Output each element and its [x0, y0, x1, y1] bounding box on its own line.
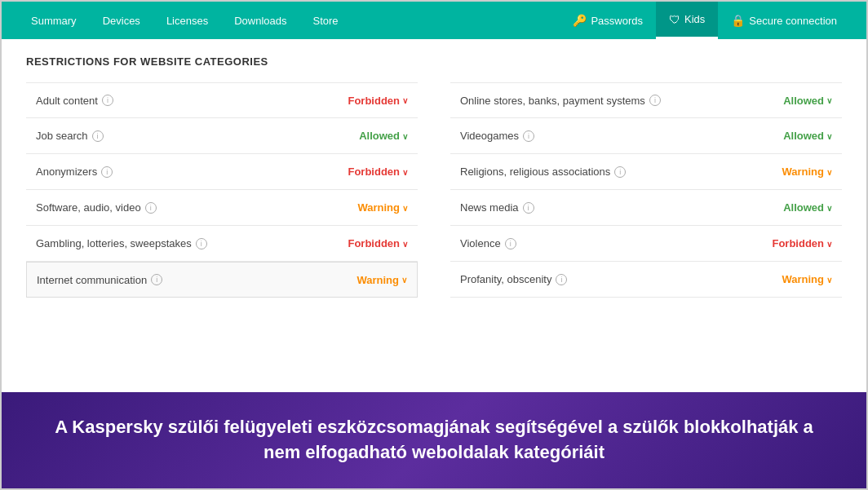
nav-kids[interactable]: 🛡 Kids	[656, 2, 718, 39]
chevron-games: ∨	[826, 132, 832, 141]
info-icon-internet[interactable]: i	[151, 274, 162, 285]
category-label-internet: Internet communication i	[37, 274, 162, 286]
passwords-icon: 🔑	[573, 14, 587, 27]
nav-downloads[interactable]: Downloads	[221, 2, 299, 39]
category-row: Religions, religious associations i Warn…	[450, 154, 842, 190]
section-title: RESTRICTIONS FOR WEBSITE CATEGORIES	[26, 55, 842, 68]
chevron-religion: ∨	[826, 168, 832, 177]
top-nav: Summary Devices Licenses Downloads Store…	[2, 2, 866, 39]
chevron-stores: ∨	[826, 96, 832, 105]
status-job[interactable]: Allowed ∨	[359, 130, 408, 142]
status-anon[interactable]: Forbidden ∨	[348, 166, 408, 178]
category-row: Software, audio, video i Warning ∨	[26, 190, 418, 226]
right-column: Online stores, banks, payment systems i …	[450, 82, 842, 298]
status-religion[interactable]: Warning ∨	[782, 166, 832, 178]
status-software[interactable]: Warning ∨	[357, 201, 408, 214]
chevron-job: ∨	[402, 132, 408, 141]
category-label-stores: Online stores, banks, payment systems i	[460, 95, 661, 107]
nav-secure-connection[interactable]: 🔒 Secure connection	[718, 2, 850, 39]
info-icon-violence[interactable]: i	[505, 238, 516, 249]
category-row: Gambling, lotteries, sweepstakes i Forbi…	[26, 226, 418, 262]
info-icon-religion[interactable]: i	[614, 166, 626, 178]
status-internet[interactable]: Warning ∨	[356, 274, 407, 286]
info-icon-software[interactable]: i	[145, 202, 157, 214]
category-row: Job search i Allowed ∨	[26, 118, 418, 154]
category-label-software: Software, audio, video i	[36, 201, 157, 214]
nav-store[interactable]: Store	[300, 2, 352, 39]
chevron-gambling: ∨	[402, 240, 408, 249]
category-label-religion: Religions, religious associations i	[460, 166, 626, 178]
chevron-anon: ∨	[402, 168, 408, 177]
category-row: Profanity, obscenity i Warning ∨	[450, 262, 842, 298]
status-games[interactable]: Allowed ∨	[783, 130, 832, 142]
nav-passwords[interactable]: 🔑 Passwords	[560, 2, 656, 39]
main-content: RESTRICTIONS FOR WEBSITE CATEGORIES Adul…	[2, 39, 866, 488]
status-stores[interactable]: Allowed ∨	[783, 95, 832, 107]
info-icon-stores[interactable]: i	[649, 95, 661, 106]
category-label-anon: Anonymizers i	[36, 166, 113, 178]
kids-icon: 🛡	[669, 13, 680, 26]
info-icon-job[interactable]: i	[92, 130, 104, 142]
category-row: News media i Allowed ∨	[450, 190, 842, 226]
info-icon-gambling[interactable]: i	[196, 238, 207, 249]
info-icon-adult[interactable]: i	[102, 95, 113, 106]
category-label-news: News media i	[460, 201, 534, 214]
chevron-adult: ∨	[402, 96, 408, 105]
category-row: Adult content i Forbidden ∨	[26, 82, 418, 118]
nav-summary[interactable]: Summary	[18, 2, 90, 39]
info-icon-games[interactable]: i	[523, 130, 534, 142]
chevron-violence: ∨	[826, 240, 832, 249]
lock-icon: 🔒	[731, 14, 745, 27]
category-label-games: Videogames i	[460, 130, 534, 142]
nav-devices[interactable]: Devices	[90, 2, 153, 39]
status-gambling[interactable]: Forbidden ∨	[348, 237, 408, 249]
chevron-news: ∨	[826, 204, 832, 213]
info-icon-profanity[interactable]: i	[556, 274, 567, 285]
category-row: Videogames i Allowed ∨	[450, 118, 842, 154]
category-label-gambling: Gambling, lotteries, sweepstakes i	[36, 237, 207, 249]
category-row: Anonymizers i Forbidden ∨	[26, 154, 418, 190]
info-icon-news[interactable]: i	[523, 202, 534, 214]
status-news[interactable]: Allowed ∨	[783, 201, 832, 214]
info-icon-anon[interactable]: i	[101, 166, 113, 178]
chevron-software: ∨	[402, 204, 408, 213]
category-label-violence: Violence i	[460, 237, 516, 249]
category-row: Online stores, banks, payment systems i …	[450, 82, 842, 118]
category-row-highlighted: Internet communication i Warning ∨	[26, 262, 418, 298]
nav-licenses[interactable]: Licenses	[153, 2, 221, 39]
left-column: Adult content i Forbidden ∨ Job search i	[26, 82, 418, 298]
content-area: RESTRICTIONS FOR WEBSITE CATEGORIES Adul…	[2, 39, 866, 392]
category-label-profanity: Profanity, obscenity i	[460, 273, 567, 285]
app-container: Summary Devices Licenses Downloads Store…	[0, 0, 868, 490]
banner-text: A Kaspersky szülői felügyeleti eszközcso…	[34, 415, 834, 466]
status-adult[interactable]: Forbidden ∨	[348, 95, 408, 107]
status-violence[interactable]: Forbidden ∨	[772, 237, 832, 249]
category-label-job: Job search i	[36, 130, 104, 142]
categories-grid: Adult content i Forbidden ∨ Job search i	[26, 82, 842, 298]
chevron-profanity: ∨	[826, 276, 832, 285]
promo-banner: A Kaspersky szülői felügyeleti eszközcso…	[2, 392, 866, 488]
chevron-internet: ∨	[401, 276, 407, 285]
category-label-adult: Adult content i	[36, 95, 113, 107]
status-profanity[interactable]: Warning ∨	[782, 273, 832, 285]
category-row: Violence i Forbidden ∨	[450, 226, 842, 262]
